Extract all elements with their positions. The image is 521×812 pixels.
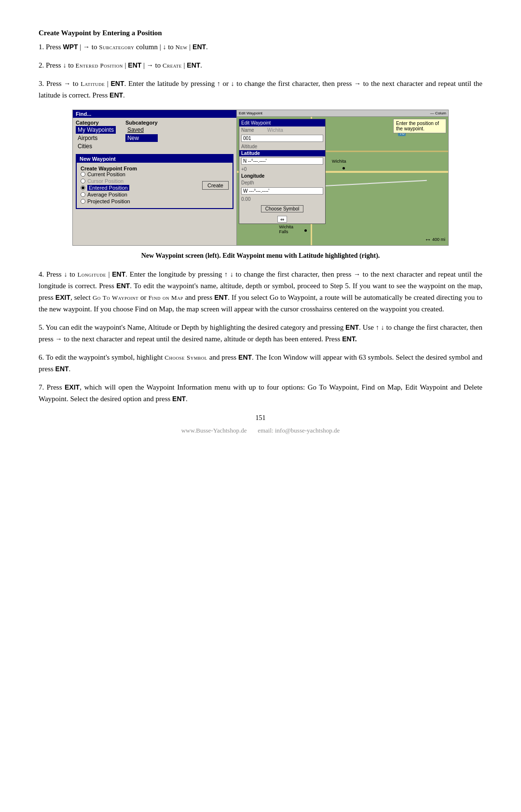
ew-name-value[interactable]: 001 [241,135,323,142]
radio-projected[interactable] [81,199,85,204]
scale-bar: ↔ 400 mi [425,236,445,243]
step2-para: 2. Press ↓ to Entered Position | ENT | →… [39,59,482,71]
new-waypoint-title: New Waypoint [77,155,233,163]
ew-name-row: Name Wichita [239,126,325,134]
ew-longitude-section: Longitude [239,173,325,179]
new-waypoint-popup: New Waypoint Create Waypoint From Curren… [76,154,233,209]
screenshot-wrap: Find... Category My Waypoints Airports C… [39,110,482,246]
create-button[interactable]: Create [202,181,229,190]
key-ent11: ENT [238,353,252,361]
step1-para: 1. Press WPT | → to Subcategory column |… [39,41,482,53]
subcategory-header: Subcategory [125,120,158,126]
opt-current-label: Current Position [87,171,125,177]
ew-name-value-row: 001 [239,134,325,143]
key-ent5: ENT [110,91,123,99]
page-title: Create Waypoint by Entering a Position [39,29,482,37]
key-ent7: ENT [116,282,130,290]
radio-average[interactable] [81,192,85,197]
create-options: Current Position Cursor Position Entered… [81,171,198,204]
step5-para: 5. You can edit the waypoint's Name, Alt… [39,322,482,345]
opt-average-label: Average Position [87,192,127,197]
key-ent9: ENT [345,323,359,331]
subcat-new[interactable]: New [125,134,158,142]
ew-wichita-bg: Wichita [267,127,283,133]
opt-cursor-label: Cursor Position [87,178,123,184]
opt-entered: Entered Position [81,185,198,191]
left-panel: Find... Category My Waypoints Airports C… [73,110,237,245]
latitude-label: Latitude [81,80,105,87]
wichita-dot [343,167,345,169]
step4-para: 4. Press ↓ to Longitude | ENT. Enter the… [39,268,482,315]
ew-depth-num: 0.00 [241,196,265,202]
page-container: Create Waypoint by Entering a Position 1… [39,29,482,434]
footer-url: www.Busse-Yachtshop.de [181,427,247,434]
opt-projected: Projected Position [81,198,198,204]
ew-altitude-label: Altitude [241,144,265,149]
new-label: New [176,43,188,51]
tooltip-box: Enter the position of the waypoint. [393,119,446,133]
ew-depth-value-row: W ---°---.----' [239,186,325,196]
create-from-label: Create Waypoint From [81,166,198,171]
key-ent12: ENT [55,365,69,373]
category-cities[interactable]: Cities [76,142,116,150]
radio-entered[interactable] [81,185,85,190]
key-exit1: EXIT [55,294,70,301]
create-label: Create [163,62,182,69]
subcategory-col: Subcategory Saved New [125,120,158,150]
category-airports[interactable]: Airports [76,134,116,142]
choose-symbol-button[interactable]: Choose Symbol [261,205,304,212]
page-number: 151 [39,414,482,422]
key-ent10: ENT. [342,335,356,343]
subcategory-label: Subcategory [99,43,134,51]
step3-para: 3. Press → to Latitude | ENT. Enter the … [39,78,482,101]
ew-offset-row: +0 [239,166,325,173]
opt-projected-label: Projected Position [87,198,130,204]
key-ent6: ENT [112,270,125,278]
scale-label: 400 mi [432,237,445,242]
radio-current[interactable] [81,172,85,177]
ew-choose-symbol-row: Choose Symbol [239,203,325,215]
edit-waypoint-toolbar-label: Edit Waypoint [239,111,262,115]
radio-cursor[interactable] [81,179,85,183]
ew-altitude-value[interactable]: N --°---.----' [241,157,323,165]
opt-current: Current Position [81,171,198,177]
category-header: Category [76,120,116,126]
right-panel: Wichita WichitaFalls 70 Edit Waypoint — … [237,110,448,245]
screenshot-caption: New Waypoint screen (left). Edit Waypoin… [39,251,482,261]
step7-para: 7. Press EXIT, which will open the Waypo… [39,381,482,405]
ew-depth-row: Depth [239,179,325,186]
key-ent1: ENT [192,43,206,51]
footer-email: email: info@busse-yachtshop.de [258,427,340,434]
ew-symbol-box[interactable]: ⇔ [277,216,287,223]
key-ent8: ENT [214,294,228,301]
opt-average: Average Position [81,192,198,197]
edit-waypoint-panel: Edit Waypoint Name Wichita 001 Altitude … [239,119,326,224]
scale-arrow-left: ↔ [425,236,431,243]
opt-cursor: Cursor Position [81,178,198,184]
category-col: Category My Waypoints Airports Cities [76,120,116,150]
key-ent4: ENT [111,80,124,87]
ew-depth-num-row: 0.00 [239,196,325,203]
key-ent2: ENT [128,61,141,69]
key-ent13: ENT [172,395,186,403]
ew-depth-label: Depth [241,180,265,185]
category-mywaypoints[interactable]: My Waypoints [76,126,116,134]
opt-entered-label: Entered Position [87,185,129,191]
ew-depth-value[interactable]: W ---°---.----' [241,187,323,195]
footer: www.Busse-Yachtshop.de email: info@busse… [39,427,482,434]
create-from-row: Create Waypoint From Current Position Cu… [77,163,233,208]
ew-latitude-section[interactable]: Latitude [239,150,325,156]
wichita-text: Wichita [332,159,346,164]
find-on-map-label: Find on Map [149,294,183,301]
map-toolbar: Edit Waypoint [237,110,448,117]
find-titlebar: Find... [73,110,236,118]
find-columns: Category My Waypoints Airports Cities Su… [73,118,236,152]
ew-symbol-row: ⇔ [239,215,325,224]
subcat-saved[interactable]: Saved [125,126,158,134]
ew-altitude-row: Altitude [239,143,325,150]
colum-label: — Colum [430,111,446,115]
entered-position-label: Entered Position [76,62,123,69]
ew-offset-label: +0 [241,167,265,172]
key-exit2: EXIT [65,383,80,391]
ew-title: Edit Waypoint [239,119,325,126]
